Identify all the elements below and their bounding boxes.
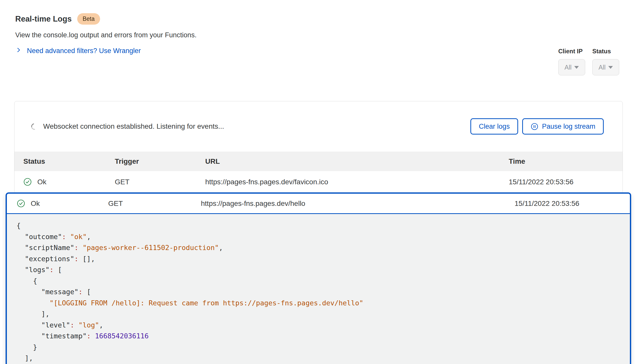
expanded-log-entry: Ok GET https://pages-fns.pages.dev/hello… — [6, 192, 631, 364]
url-value: https://pages-fns.pages.dev/hello — [201, 200, 515, 208]
client-ip-filter-label: Client IP — [558, 48, 585, 55]
code-line: { — [17, 220, 625, 231]
clear-logs-label: Clear logs — [479, 123, 510, 130]
clear-logs-button[interactable]: Clear logs — [470, 118, 518, 135]
code-line: "[LOGGING FROM /hello]: Request came fro… — [17, 297, 625, 309]
code-line: "scriptName": "pages-worker--611502-prod… — [17, 242, 625, 253]
wrangler-link[interactable]: Need advanced filters? Use Wrangler — [15, 47, 197, 55]
code-line: "logs": [ — [17, 264, 625, 275]
code-line: "outcome": "ok", — [17, 231, 625, 242]
code-line: "message": [ — [17, 286, 625, 297]
client-ip-dropdown-value: All — [565, 64, 572, 71]
status-value: Ok — [31, 200, 40, 208]
websocket-status-bar: Websocket connection established. Listen… — [14, 101, 623, 152]
check-circle-icon — [17, 199, 25, 208]
table-header: Status Trigger URL Time — [14, 152, 623, 171]
pause-icon — [531, 123, 538, 130]
log-json: { "outcome": "ok", "scriptName": "pages-… — [7, 214, 630, 364]
page-subtitle: View the console.log output and errors f… — [15, 31, 197, 39]
code-line: "timestamp": 1668542036116 — [17, 330, 625, 342]
code-line: "exceptions": [], — [17, 253, 625, 264]
page-title: Real-time Logs — [15, 14, 72, 24]
spinner-icon — [30, 122, 39, 131]
url-value: https://pages-fns.pages.dev/favicon.ico — [205, 178, 509, 186]
status-dropdown[interactable]: All — [592, 59, 619, 75]
chevron-right-icon — [15, 47, 22, 55]
table-row-expanded[interactable]: Ok GET https://pages-fns.pages.dev/hello… — [7, 194, 630, 214]
table-row[interactable]: Ok GET https://pages-fns.pages.dev/favic… — [14, 171, 623, 193]
status-dropdown-value: All — [599, 64, 606, 71]
logs-panel: Websocket connection established. Listen… — [14, 101, 623, 193]
trigger-value: GET — [115, 178, 205, 186]
pause-log-stream-button[interactable]: Pause log stream — [522, 118, 604, 135]
log-filters: Client IP All Status All — [558, 48, 619, 75]
column-header-url: URL — [205, 157, 509, 166]
time-value: 15/11/2022 20:53:56 — [509, 178, 623, 186]
wrangler-link-label: Need advanced filters? Use Wrangler — [27, 47, 141, 55]
column-header-time: Time — [509, 157, 623, 166]
connection-status-text: Websocket connection established. Listen… — [43, 122, 224, 130]
page-header: Real-time Logs Beta View the console.log… — [15, 13, 197, 55]
caret-down-icon — [574, 66, 579, 69]
check-circle-icon — [23, 178, 32, 186]
pause-log-stream-label: Pause log stream — [542, 123, 595, 130]
code-line: } — [17, 342, 625, 353]
beta-badge: Beta — [77, 13, 100, 25]
client-ip-dropdown[interactable]: All — [558, 59, 585, 75]
code-line: { — [17, 275, 625, 287]
code-line: ], — [17, 353, 625, 364]
trigger-value: GET — [108, 200, 201, 208]
status-filter-label: Status — [592, 48, 619, 55]
realtime-logs-page: Real-time Logs Beta View the console.log… — [0, 0, 637, 364]
caret-down-icon — [608, 66, 613, 69]
column-header-trigger: Trigger — [115, 157, 205, 166]
time-value: 15/11/2022 20:53:56 — [515, 200, 630, 208]
code-line: ], — [17, 308, 625, 320]
column-header-status: Status — [14, 157, 115, 166]
status-value: Ok — [37, 178, 46, 186]
code-line: "level": "log", — [17, 320, 625, 331]
